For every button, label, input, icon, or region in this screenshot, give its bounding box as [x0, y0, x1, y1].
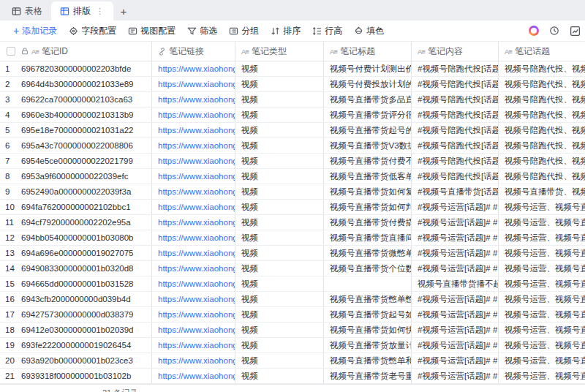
cell-note-type[interactable]: 视频 — [235, 353, 324, 368]
cell-note-topic[interactable]: 视频号陪跑代投、视频... — [499, 154, 585, 168]
note-link[interactable]: https://www.xiaohongs... — [158, 80, 235, 88]
cell-note-id[interactable]: 69678203000000002203bfde — [20, 61, 152, 76]
cell-note-topic[interactable]: 视频号运营、视频号直... — [499, 353, 585, 368]
cell-note-type[interactable]: 视频 — [235, 184, 324, 199]
cell-note-content[interactable]: 视频号直播带货播不起... — [412, 276, 499, 291]
row-number[interactable]: 9 — [0, 184, 20, 199]
cell-note-id[interactable]: 6943cfb2000000000d039b4d — [20, 292, 152, 306]
cell-note-topic[interactable]: 视频号运营、视频号直... — [499, 215, 585, 230]
cell-note-topic[interactable]: 视频号陪跑代投、视频... — [499, 92, 585, 107]
cell-note-type[interactable]: 视频 — [235, 323, 324, 337]
ai-assistant-icon[interactable] — [529, 26, 539, 36]
row-number[interactable]: 1 — [0, 61, 20, 76]
note-link[interactable]: https://www.xiaohongs... — [158, 203, 235, 211]
column-header-note-type[interactable]: A≡ 笔记类型 — [235, 42, 324, 61]
cell-note-type[interactable]: 视频 — [235, 154, 324, 168]
cell-note-topic[interactable]: 视频号运营、视频号直... — [499, 338, 585, 353]
note-link[interactable]: https://www.xiaohongs... — [158, 157, 235, 165]
note-link[interactable]: https://www.xiaohongs... — [158, 95, 235, 104]
cell-note-id[interactable]: 693a920b000000001b023ce3 — [20, 353, 152, 368]
cell-note-content[interactable]: #视频号陪跑代投[话题]... — [412, 169, 499, 184]
cell-note-content[interactable]: #视频号陪跑代投[话题]... — [412, 138, 499, 153]
note-link[interactable]: https://www.xiaohongs... — [158, 110, 235, 119]
note-link[interactable]: https://www.xiaohongs... — [158, 341, 235, 350]
cell-note-type[interactable]: 视频 — [235, 123, 324, 137]
cell-note-id[interactable]: 695a43c70000000022008806 — [20, 138, 152, 153]
cell-note-link[interactable]: https://www.xiaohongs... — [152, 200, 235, 214]
note-link[interactable]: https://www.xiaohongs... — [158, 310, 235, 319]
row-number[interactable]: 13 — [0, 246, 20, 260]
cell-note-link[interactable]: https://www.xiaohongs... — [152, 338, 235, 353]
cell-note-title[interactable]: 视频号直播带货憋单憋... — [324, 292, 412, 306]
cell-note-type[interactable]: 视频 — [235, 215, 324, 230]
note-link[interactable]: https://www.xiaohongs... — [158, 279, 235, 288]
cell-note-topic[interactable]: 视频号运营、视频号直... — [499, 292, 585, 306]
cell-note-title[interactable]: 视频号付费计划测出价 — [324, 61, 412, 76]
cell-note-title[interactable]: 视频号直播带货多品直... — [324, 92, 412, 107]
history-icon[interactable] — [549, 26, 559, 36]
cell-note-topic[interactable]: 视频号运营、视频号直... — [499, 307, 585, 322]
cell-note-id[interactable]: 694cf792000000002202e95a — [20, 215, 152, 230]
cell-note-content[interactable]: #视频号陪跑代投[话题]... — [412, 61, 499, 76]
cell-note-content[interactable]: #视频号运营[话题]# #... — [412, 323, 499, 337]
cell-note-topic[interactable]: 视频号陪跑代投、视频... — [499, 108, 585, 122]
column-header-note-topic[interactable]: A≡ 笔记话题 — [499, 42, 585, 61]
note-link[interactable]: https://www.xiaohongs... — [158, 141, 235, 150]
cell-note-type[interactable]: 视频 — [235, 200, 324, 214]
cell-note-content[interactable]: #视频号陪跑代投[话题]... — [412, 92, 499, 107]
cell-note-topic[interactable]: 视频号直播带货、视频... — [499, 184, 585, 199]
cell-note-id[interactable]: 69490833000000001b0320d8 — [20, 261, 152, 276]
cell-note-content[interactable]: #视频号陪跑代投[话题]... — [412, 154, 499, 168]
cell-note-topic[interactable]: 视频号陪跑代投、视频... — [499, 123, 585, 137]
cell-note-link[interactable]: https://www.xiaohongs... — [152, 123, 235, 137]
row-number[interactable]: 3 — [0, 92, 20, 107]
cell-note-type[interactable]: 视频 — [235, 61, 324, 76]
column-header-note-link[interactable]: 笔记链接 — [152, 42, 235, 61]
cell-note-type[interactable]: 视频 — [235, 108, 324, 122]
note-link[interactable]: https://www.xiaohongs... — [158, 218, 235, 227]
note-link[interactable]: https://www.xiaohongs... — [158, 372, 235, 380]
row-number[interactable]: 7 — [0, 154, 20, 168]
cell-note-type[interactable]: 视频 — [235, 307, 324, 322]
cell-note-link[interactable]: https://www.xiaohongs... — [152, 92, 235, 107]
cell-note-title[interactable]: 视频号直播带货V3数据... — [324, 138, 412, 153]
cell-note-link[interactable]: https://www.xiaohongs... — [152, 169, 235, 184]
row-number[interactable]: 17 — [0, 307, 20, 322]
cell-note-topic[interactable]: 视频号运营、视频号直... — [499, 230, 585, 245]
cell-note-content[interactable]: #视频号运营[话题]# #... — [412, 353, 499, 368]
sort-button[interactable]: 排序 — [265, 20, 306, 41]
cell-note-type[interactable]: 视频 — [235, 230, 324, 245]
cell-note-id[interactable]: 69427573000000000d038379 — [20, 307, 152, 322]
cell-note-topic[interactable]: 视频号运营、视频号直... — [499, 261, 585, 276]
cell-note-topic[interactable]: 视频号陪跑代投、视频... — [499, 77, 585, 91]
cell-note-topic[interactable]: 视频号陪跑代投、视频... — [499, 61, 585, 76]
cell-note-id[interactable]: 694665dd000000001b031528 — [20, 276, 152, 291]
filter-button[interactable]: 筛选 — [181, 20, 223, 41]
cell-note-id[interactable]: 695e18e70000000021031a22 — [20, 123, 152, 137]
cell-note-link[interactable]: https://www.xiaohongs... — [152, 276, 235, 291]
note-link[interactable]: https://www.xiaohongs... — [158, 295, 235, 304]
cell-note-link[interactable]: https://www.xiaohongs... — [152, 184, 235, 199]
cell-note-type[interactable]: 视频 — [235, 169, 324, 184]
tab-more-icon[interactable]: ⋮ — [96, 7, 105, 16]
cell-note-content[interactable]: #视频号陪跑代投[话题]... — [412, 77, 499, 91]
row-number[interactable]: 12 — [0, 230, 20, 245]
row-height-button[interactable]: 行高 — [306, 20, 348, 41]
note-link[interactable]: https://www.xiaohongs... — [158, 264, 235, 273]
cell-note-id[interactable]: 69622ca7000000002103ca63 — [20, 92, 152, 107]
cell-note-content[interactable]: #视频号运营[话题]# #... — [412, 261, 499, 276]
cell-note-link[interactable]: https://www.xiaohongs... — [152, 261, 235, 276]
row-number[interactable]: 14 — [0, 261, 20, 276]
cell-note-link[interactable]: https://www.xiaohongs... — [152, 154, 235, 168]
cell-note-link[interactable]: https://www.xiaohongs... — [152, 246, 235, 260]
cell-note-link[interactable]: https://www.xiaohongs... — [152, 307, 235, 322]
cell-note-link[interactable]: https://www.xiaohongs... — [152, 369, 235, 383]
cell-note-title[interactable]: 视频号直播带货付费不... — [324, 154, 412, 168]
row-number[interactable]: 21 — [0, 369, 20, 383]
cell-note-id[interactable]: 6960e3b400000000210313b9 — [20, 108, 152, 122]
note-link[interactable]: https://www.xiaohongs... — [158, 325, 235, 334]
cell-note-id[interactable]: 69412e03000000001b02039d — [20, 323, 152, 337]
cell-note-link[interactable]: https://www.xiaohongs... — [152, 108, 235, 122]
cell-note-type[interactable]: 视频 — [235, 369, 324, 383]
cell-note-link[interactable]: https://www.xiaohongs... — [152, 138, 235, 153]
